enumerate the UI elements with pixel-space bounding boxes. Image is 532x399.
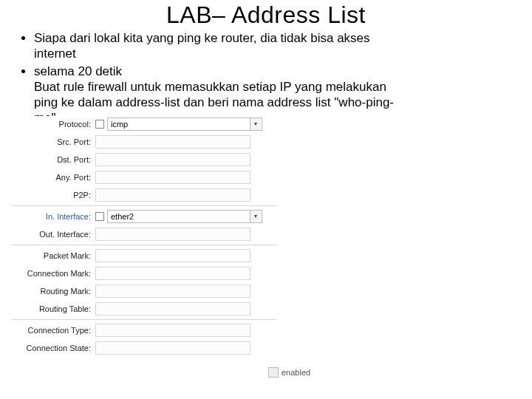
- field-routing-mark[interactable]: [95, 284, 250, 298]
- firewall-form-panel: Protocol: icmp ▼ Src. Port: Dst. Port: A…: [11, 116, 521, 382]
- bullet-2-line2: Buat rule firewall untuk memasukkan seti…: [34, 79, 514, 95]
- field-protocol[interactable]: icmp ▼: [107, 117, 262, 131]
- field-in-interface[interactable]: ether2 ▼: [107, 210, 262, 223]
- invert-checkbox-protocol[interactable]: [95, 120, 104, 129]
- bullet-1-line2: internet: [34, 46, 514, 61]
- field-src-port[interactable]: [95, 135, 250, 149]
- label-protocol: Protocol:: [11, 120, 95, 129]
- value-in-interface: ether2: [111, 212, 134, 221]
- label-any-port: Any. Port:: [11, 173, 95, 182]
- invert-checkbox-in-interface[interactable]: [95, 212, 104, 221]
- field-out-interface[interactable]: [95, 228, 250, 241]
- field-routing-table[interactable]: [95, 302, 250, 316]
- dropdown-icon[interactable]: ▼: [250, 118, 261, 130]
- field-any-port[interactable]: [95, 171, 250, 184]
- bullet-2-line3: ping ke dalam address-list dan beri nama…: [34, 95, 514, 110]
- field-connection-state[interactable]: [95, 341, 250, 355]
- field-p2p[interactable]: [95, 188, 250, 202]
- enabled-label: enabled: [282, 368, 310, 377]
- label-packet-mark: Packet Mark:: [11, 251, 95, 260]
- slide: LAB– Address List Siapa dari lokal kita …: [0, 1, 532, 399]
- field-connection-type[interactable]: [95, 324, 250, 337]
- label-out-interface: Out. Interface:: [11, 230, 95, 239]
- label-connection-state: Connection State:: [11, 344, 95, 352]
- bullet-2-line1: selama 20 detik: [34, 64, 122, 78]
- label-dst-port: Dst. Port:: [11, 155, 95, 164]
- label-src-port: Src. Port:: [11, 137, 95, 146]
- page-title: LAB– Address List: [0, 1, 532, 29]
- label-routing-table: Routing Table:: [11, 304, 95, 313]
- label-routing-mark: Routing Mark:: [11, 287, 95, 296]
- field-packet-mark[interactable]: [95, 249, 250, 262]
- bullet-1-line1: Siapa dari lokal kita yang ping ke route…: [34, 31, 370, 45]
- bullet-1: Siapa dari lokal kita yang ping ke route…: [34, 30, 514, 62]
- enabled-indicator-box: [268, 367, 279, 378]
- field-dst-port[interactable]: [95, 153, 250, 166]
- dropdown-icon[interactable]: ▼: [250, 211, 261, 222]
- value-protocol: icmp: [111, 120, 128, 129]
- status-footer: enabled: [268, 367, 310, 378]
- white-overlay: [277, 116, 528, 382]
- label-connection-type: Connection Type:: [11, 326, 95, 335]
- label-connection-mark: Connection Mark:: [11, 269, 95, 278]
- label-in-interface: In. Interface:: [11, 212, 95, 221]
- field-connection-mark[interactable]: [95, 267, 250, 280]
- label-p2p: P2P:: [11, 191, 95, 200]
- bullet-list: Siapa dari lokal kita yang ping ke route…: [18, 30, 514, 126]
